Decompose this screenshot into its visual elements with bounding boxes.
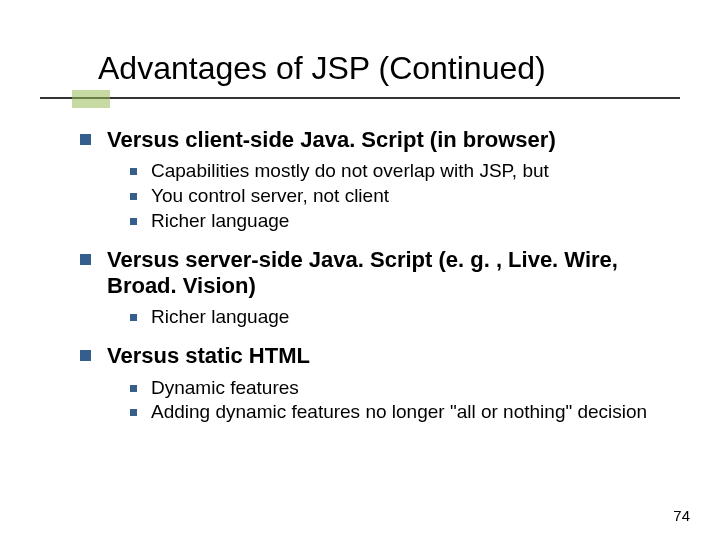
sub-item-text: Richer language <box>151 305 289 329</box>
slide-content: Versus client-side Java. Script (in brow… <box>40 127 680 424</box>
bullet-icon <box>130 218 137 225</box>
sub-list: Capabilities mostly do not overlap with … <box>80 159 680 232</box>
list-item: Versus static HTML Dynamic features Addi… <box>80 343 680 424</box>
list-item: You control server, not client <box>130 184 680 208</box>
bullet-icon <box>130 409 137 416</box>
bullet-icon <box>130 193 137 200</box>
list-item: Versus client-side Java. Script (in brow… <box>80 127 680 233</box>
bullet-list: Versus client-side Java. Script (in brow… <box>80 127 680 424</box>
section-heading: Versus static HTML <box>107 343 310 369</box>
title-underline <box>40 97 680 99</box>
list-item: Versus server-side Java. Script (e. g. ,… <box>80 247 680 330</box>
sub-item-text: Richer language <box>151 209 289 233</box>
sub-item-text: Dynamic features <box>151 376 299 400</box>
list-item: Richer language <box>130 305 680 329</box>
list-item: Dynamic features <box>130 376 680 400</box>
slide: Advantages of JSP (Continued) Versus cli… <box>0 0 720 540</box>
bullet-icon <box>80 254 91 265</box>
accent-box <box>72 90 110 108</box>
list-item: Richer language <box>130 209 680 233</box>
section-heading: Versus server-side Java. Script (e. g. ,… <box>107 247 680 300</box>
bullet-icon <box>80 350 91 361</box>
sub-list: Dynamic features Adding dynamic features… <box>80 376 680 425</box>
bullet-icon <box>80 134 91 145</box>
sub-item-text: You control server, not client <box>151 184 389 208</box>
slide-title: Advantages of JSP (Continued) <box>40 50 680 99</box>
page-number: 74 <box>673 507 690 524</box>
bullet-icon <box>130 168 137 175</box>
sub-item-text: Adding dynamic features no longer "all o… <box>151 400 647 424</box>
list-item: Capabilities mostly do not overlap with … <box>130 159 680 183</box>
sub-item-text: Capabilities mostly do not overlap with … <box>151 159 549 183</box>
bullet-icon <box>130 385 137 392</box>
section-heading: Versus client-side Java. Script (in brow… <box>107 127 556 153</box>
sub-list: Richer language <box>80 305 680 329</box>
title-area: Advantages of JSP (Continued) <box>40 50 680 99</box>
list-item: Adding dynamic features no longer "all o… <box>130 400 680 424</box>
bullet-icon <box>130 314 137 321</box>
